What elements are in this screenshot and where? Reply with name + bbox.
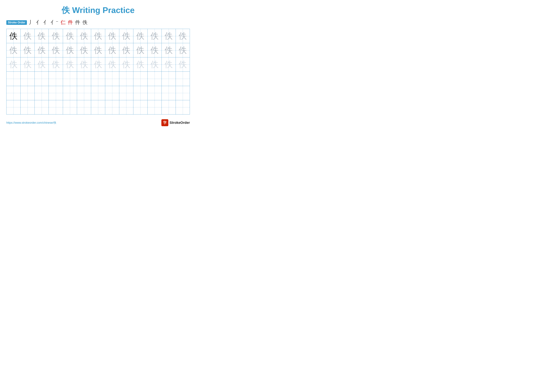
grid-cell-1-3: 佚	[35, 29, 49, 43]
grid-cell-4-10[interactable]	[133, 72, 147, 86]
grid-row-5	[7, 86, 190, 100]
grid-cell-4-7[interactable]	[91, 72, 105, 86]
grid-cell-4-12[interactable]	[162, 72, 176, 86]
grid-cell-3-1: 佚	[7, 57, 21, 71]
stroke-7: 件	[75, 19, 80, 26]
grid-row-4	[7, 72, 190, 86]
grid-cell-2-7: 佚	[91, 43, 105, 57]
grid-cell-6-3[interactable]	[35, 100, 49, 114]
grid-cell-3-7: 佚	[91, 57, 105, 71]
grid-cell-6-2[interactable]	[21, 100, 35, 114]
grid-cell-3-5: 佚	[63, 57, 77, 71]
grid-row-3: 佚 佚 佚 佚 佚 佚 佚 佚 佚 佚 佚 佚 佚	[7, 57, 190, 72]
grid-cell-5-12[interactable]	[162, 86, 176, 100]
grid-cell-5-1[interactable]	[7, 86, 21, 100]
grid-cell-6-7[interactable]	[91, 100, 105, 114]
grid-cell-2-3: 佚	[35, 43, 49, 57]
grid-cell-4-13[interactable]	[176, 72, 190, 86]
grid-cell-3-3: 佚	[35, 57, 49, 71]
grid-cell-5-8[interactable]	[105, 86, 119, 100]
grid-cell-1-9: 佚	[119, 29, 133, 43]
grid-cell-2-11: 佚	[148, 43, 162, 57]
grid-cell-1-2: 佚	[21, 29, 35, 43]
grid-cell-6-6[interactable]	[77, 100, 91, 114]
grid-cell-1-8: 佚	[105, 29, 119, 43]
grid-cell-6-4[interactable]	[49, 100, 63, 114]
grid-cell-4-6[interactable]	[77, 72, 91, 86]
grid-cell-1-5: 佚	[63, 29, 77, 43]
grid-cell-6-12[interactable]	[162, 100, 176, 114]
grid-cell-2-9: 佚	[119, 43, 133, 57]
stroke-3: 亻	[43, 19, 48, 26]
grid-cell-4-8[interactable]	[105, 72, 119, 86]
grid-cell-6-11[interactable]	[148, 100, 162, 114]
grid-cell-4-9[interactable]	[119, 72, 133, 86]
grid-cell-1-12: 佚	[162, 29, 176, 43]
grid-cell-6-9[interactable]	[119, 100, 133, 114]
grid-cell-3-8: 佚	[105, 57, 119, 71]
grid-cell-5-4[interactable]	[49, 86, 63, 100]
grid-cell-2-13: 佚	[176, 43, 190, 57]
grid-cell-6-13[interactable]	[176, 100, 190, 114]
grid-cell-5-10[interactable]	[133, 86, 147, 100]
grid-cell-4-11[interactable]	[148, 72, 162, 86]
grid-cell-1-11: 佚	[148, 29, 162, 43]
grid-cell-4-2[interactable]	[21, 72, 35, 86]
grid-cell-4-5[interactable]	[63, 72, 77, 86]
footer-url[interactable]: https://www.strokeorder.com/chinese/佚	[6, 121, 56, 125]
grid-cell-2-2: 佚	[21, 43, 35, 57]
grid-cell-3-6: 佚	[77, 57, 91, 71]
grid-cell-3-4: 佚	[49, 57, 63, 71]
grid-cell-3-2: 佚	[21, 57, 35, 71]
grid-row-1: 佚 佚 佚 佚 佚 佚 佚 佚 佚 佚 佚 佚 佚	[7, 29, 190, 43]
grid-cell-1-1: 佚	[7, 29, 21, 43]
grid-cell-5-5[interactable]	[63, 86, 77, 100]
grid-cell-5-7[interactable]	[91, 86, 105, 100]
grid-cell-3-9: 佚	[119, 57, 133, 71]
footer: https://www.strokeorder.com/chinese/佚 字 …	[6, 119, 190, 126]
grid-cell-3-12: 佚	[162, 57, 176, 71]
grid-cell-5-11[interactable]	[148, 86, 162, 100]
stroke-5: 仁	[61, 19, 66, 26]
footer-logo: 字 StrokeOrder	[161, 119, 190, 126]
grid-cell-4-4[interactable]	[49, 72, 63, 86]
grid-cell-5-3[interactable]	[35, 86, 49, 100]
stroke-order-badge: Stroke Order	[6, 20, 27, 25]
stroke-sequence: 丿 亻 亻 亻⁻ 仁 件 件 佚	[29, 19, 88, 26]
grid-cell-6-10[interactable]	[133, 100, 147, 114]
grid-cell-1-7: 佚	[91, 29, 105, 43]
grid-cell-1-13: 佚	[176, 29, 190, 43]
footer-logo-text: StrokeOrder	[170, 121, 190, 125]
stroke-4: 亻⁻	[51, 19, 58, 26]
grid-cell-6-5[interactable]	[63, 100, 77, 114]
grid-cell-5-13[interactable]	[176, 86, 190, 100]
grid-cell-3-10: 佚	[133, 57, 147, 71]
grid-cell-2-12: 佚	[162, 43, 176, 57]
stroke-order-logo-icon: 字	[161, 119, 168, 126]
stroke-8: 佚	[82, 19, 88, 26]
grid-cell-2-6: 佚	[77, 43, 91, 57]
grid-row-2: 佚 佚 佚 佚 佚 佚 佚 佚 佚 佚 佚 佚 佚	[7, 43, 190, 57]
grid-cell-1-6: 佚	[77, 29, 91, 43]
practice-grid: 佚 佚 佚 佚 佚 佚 佚 佚 佚 佚 佚 佚 佚 佚 佚 佚 佚 佚 佚 佚 …	[6, 29, 190, 114]
grid-cell-2-5: 佚	[63, 43, 77, 57]
grid-cell-5-9[interactable]	[119, 86, 133, 100]
grid-cell-6-1[interactable]	[7, 100, 21, 114]
grid-cell-1-10: 佚	[133, 29, 147, 43]
grid-cell-3-11: 佚	[148, 57, 162, 71]
grid-cell-4-1[interactable]	[7, 72, 21, 86]
grid-cell-6-8[interactable]	[105, 100, 119, 114]
grid-cell-4-3[interactable]	[35, 72, 49, 86]
grid-cell-5-6[interactable]	[77, 86, 91, 100]
page-title: 佚 Writing Practice	[6, 5, 190, 16]
stroke-1: 丿	[29, 19, 34, 26]
grid-cell-1-4: 佚	[49, 29, 63, 43]
stroke-order-row: Stroke Order 丿 亻 亻 亻⁻ 仁 件 件 佚	[6, 19, 190, 26]
grid-cell-2-8: 佚	[105, 43, 119, 57]
grid-cell-3-13: 佚	[176, 57, 190, 71]
grid-cell-2-4: 佚	[49, 43, 63, 57]
grid-cell-2-10: 佚	[133, 43, 147, 57]
grid-row-6	[7, 100, 190, 114]
grid-cell-5-2[interactable]	[21, 86, 35, 100]
stroke-2: 亻	[36, 19, 41, 26]
